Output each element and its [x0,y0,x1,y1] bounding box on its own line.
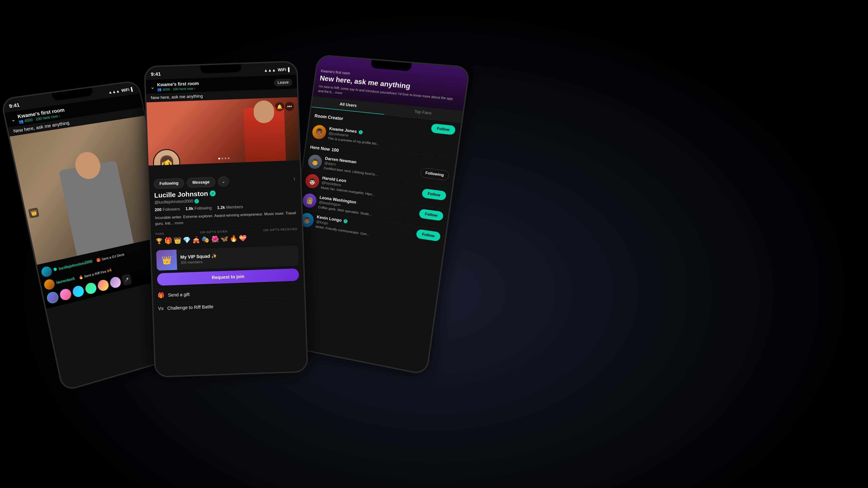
vip-cover-bg: 👑 [156,250,177,271]
user-avatar-emoji-3: 👨🏽 [303,216,311,224]
battery-icon-c: ▌ [288,67,291,72]
creator-avatar: 👨🏾 [311,125,327,140]
wifi-icon: WiFi [121,88,130,93]
dot-2 [221,158,223,159]
crown-icon-left: 👑 [28,207,39,219]
profile-name-text: Lucille Johnston [154,190,208,199]
vip-emoji: 👑 [161,255,172,265]
gifts-given-label: 100 GIFTS GIVEN [200,230,228,234]
gifts-given-emojis: 🎁 👑 💎 🎪 🎭 [164,236,210,245]
challenge-label: Challenge to Riff Battle [167,304,214,311]
gift-4: 🎪 [192,236,200,243]
signal-icon: ▲▲▲ [108,89,120,95]
user-avatar-0: 👨 [307,154,323,170]
people-icon: 👥 [18,119,24,124]
wifi-icon-c: WiFi [278,67,286,72]
fire-icon: 🔥 [78,274,84,280]
battery-icon: ▌ [131,87,134,92]
mic-btn[interactable]: 🎤 [121,273,132,286]
user-avatar-1: 👨🏻 [305,173,320,189]
time-center: 9:41 [151,71,161,77]
action-buttons: Following Message ⌄ ↑ [149,160,301,192]
dot-1 [218,158,220,160]
profile-cover: 🔔 ••• 👩 [147,97,300,166]
gift-r2: 🦋 [220,235,228,242]
stat-followers: 200 Followers [155,207,180,213]
profile-bio: Incurable writer. Extreme explorer. Awar… [155,210,297,227]
gift-5: 🎭 [202,236,210,243]
strip-av-1 [46,291,59,304]
signal-icon-c: ▲▲▲ [264,68,276,73]
message-button[interactable]: Message [187,177,215,188]
gift-3: 💎 [183,236,191,244]
user-follow-btn-3[interactable]: Follow [416,229,441,242]
vip-squad-card: 👑 My VIP Squad ✨ 304 members [156,246,299,271]
gift-r1: 🌺 [211,235,219,243]
chat-avatar-2 [43,278,56,291]
here-now-label: Here Now [310,144,330,152]
leave-button[interactable]: Leave [274,78,292,87]
chevron-down-icon[interactable]: ⌄ [10,116,16,123]
gift-badge-1: 🎁 Sent a DJ Deck [93,251,127,264]
chat-user-1: lucillejohnston2000 [53,259,93,272]
gift-icon-1: 🎁 [96,257,101,263]
user-avatar-2: 👩🏼 [302,193,317,208]
vip-join-button[interactable]: Request to join [157,268,299,286]
user-follow-btn-1[interactable]: Follow [422,188,447,201]
vip-members: 304 members [180,259,217,265]
more-link[interactable]: more [175,221,183,225]
chat-user-2: laurentes5 [56,276,75,285]
user-avatar-emoji-1: 👨🏻 [308,177,316,185]
status-icons-left: ▲▲▲ WiFi ▌ [108,87,134,95]
verified-dot-1 [53,267,57,271]
gifts-received-label: 100 GIFTS RECEIVED [263,227,298,232]
gift-2: 👑 [174,236,182,244]
user-follow-btn-2[interactable]: Follow [418,209,444,221]
gift-r4: 💝 [239,234,247,242]
gift-action-icon: 🎁 [158,292,164,299]
people-icon-c: 👥 [157,88,162,92]
strip-av-4 [84,282,97,295]
user-avatar-emoji-2: 👩🏼 [305,197,314,205]
vip-name: My VIP Squad ✨ [180,253,217,260]
vs-icon: Vs [158,306,164,311]
handle-verified: ✓ [194,199,199,203]
send-gift-label: Send a gift [168,292,190,297]
creator-follow-button[interactable]: Follow [431,124,456,135]
chat-avatar-1 [40,265,53,278]
user-avatar-emoji-0: 👨 [311,158,319,166]
handle-text: @lucillejohnston2000 [154,199,193,205]
cover-head [253,100,274,123]
room-members-left: 4000 [24,118,33,123]
more-link-right[interactable]: more [335,91,343,95]
stat-members: 1.2k Members [217,204,243,210]
user-follow-btn-0[interactable]: Following [420,168,450,181]
strip-av-2 [59,288,72,301]
room-here-left: · [33,118,35,122]
phone-notch-center [200,64,241,73]
dropdown-button[interactable]: ⌄ [218,176,229,187]
creator-avatar-emoji: 👨🏾 [314,127,324,137]
stat-following: 1.8k Following [185,205,212,211]
share-icon[interactable]: ↑ [293,176,296,182]
verified-badge-c: ✓ [210,191,216,197]
strip-av-6 [109,276,122,289]
avatar-emoji: 👩 [158,154,175,166]
phone-center: 9:41 ▲▲▲ WiFi ▌ ⌄ Kwame's first room 👥 4… [144,61,308,378]
strip-av-3 [72,285,85,298]
screen-center: ⌄ Kwame's first room 👥 4000 · 100 here n… [146,75,307,377]
strip-av-5 [97,279,110,292]
gift-r3: 🔥 [229,234,238,242]
creator-verified: ✓ [359,130,363,135]
profile-info: Lucille Johnston ✓ @lucillejohnston2000 … [150,186,302,229]
vip-info: My VIP Squad ✨ 304 members [177,250,221,268]
following-button[interactable]: Following [154,178,184,189]
room-creator-label: Room Creator [314,113,344,121]
time-left: 9:41 [8,102,20,109]
room-info-center: Kwame's first room 👥 4000 · 100 here now… [157,81,199,92]
vip-cover-image: 👑 [156,250,177,271]
gift-1: 🎁 [164,237,173,245]
user-3-verified: ✓ [343,219,348,224]
gift-count: x4 [107,267,112,273]
chevron-down-icon-c[interactable]: ⌄ [150,84,155,90]
